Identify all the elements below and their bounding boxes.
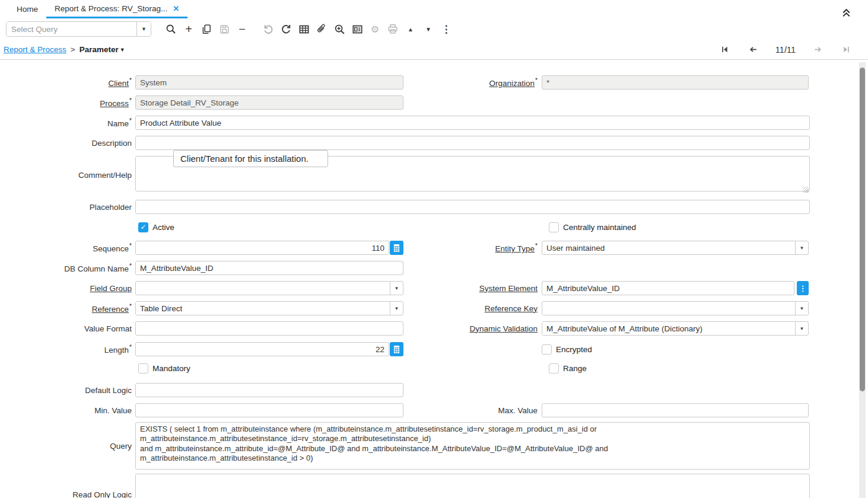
next-record-button[interactable] xyxy=(811,43,824,56)
dynamic-validation-field[interactable] xyxy=(542,322,795,335)
encrypted-checkbox[interactable] xyxy=(542,344,552,355)
dynamic-validation-label[interactable]: Dynamic Validation xyxy=(406,324,542,333)
reference-key-dropdown-button[interactable]: ▼ xyxy=(795,302,808,315)
grid-toggle-button[interactable] xyxy=(295,21,313,37)
paperclip-icon xyxy=(316,24,327,34)
required-marker: * xyxy=(129,97,132,104)
mandatory-checkbox[interactable] xyxy=(138,363,148,374)
system-element-field[interactable] xyxy=(542,281,794,295)
active-label: Active xyxy=(152,223,174,232)
system-element-label[interactable]: System Element xyxy=(406,284,542,293)
organization-label[interactable]: Organization* xyxy=(406,77,542,88)
client-label[interactable]: Client* xyxy=(0,77,135,88)
detail-record-button[interactable]: ▼ xyxy=(419,21,437,37)
collapse-all-button[interactable] xyxy=(837,4,855,21)
print-button[interactable] xyxy=(384,21,402,37)
chevron-down-icon: ▼ xyxy=(395,306,399,311)
tab-home[interactable]: Home xyxy=(8,0,46,18)
chevron-down-icon: ▼ xyxy=(800,326,805,331)
system-element-more-button[interactable]: ⋮ xyxy=(797,281,809,295)
read-only-logic-label: Read Only Logic xyxy=(0,490,135,498)
calculator-icon xyxy=(393,244,400,253)
process-label[interactable]: Process* xyxy=(0,97,135,108)
save-button[interactable] xyxy=(215,21,233,37)
first-record-button[interactable] xyxy=(718,43,732,56)
entity-type-label[interactable]: Entity Type* xyxy=(406,242,542,253)
refresh-button[interactable] xyxy=(277,21,295,37)
reference-field[interactable] xyxy=(136,302,390,315)
tab-close-icon[interactable]: ✕ xyxy=(173,4,179,13)
min-value-field[interactable] xyxy=(135,403,403,417)
placeholder-field[interactable] xyxy=(135,200,810,214)
reference-key-label[interactable]: Reference Key xyxy=(406,304,542,313)
active-checkbox[interactable]: ✓ xyxy=(138,222,148,232)
placeholder-label: Placeholder xyxy=(0,203,135,212)
record-position: 11/11 xyxy=(775,45,796,55)
description-field[interactable] xyxy=(135,136,810,150)
length-calculator-button[interactable] xyxy=(390,342,403,356)
resize-grip-icon[interactable] xyxy=(803,187,809,193)
select-query-combo: ▼ xyxy=(6,21,151,37)
length-field[interactable] xyxy=(135,342,389,356)
zoom-across-button[interactable] xyxy=(330,21,348,37)
entity-type-field[interactable] xyxy=(542,241,795,254)
query-field[interactable]: EXISTS ( select 1 from m_attributeinstan… xyxy=(135,422,810,470)
previous-record-button[interactable] xyxy=(747,43,760,56)
name-field[interactable] xyxy=(135,116,810,130)
requests-button[interactable] xyxy=(348,21,366,37)
reference-label[interactable]: Reference* xyxy=(0,303,135,314)
tab-home-label: Home xyxy=(17,5,38,14)
toolbar: ▼ + − ⚙ ▲ ▼ ⋮ xyxy=(0,18,868,40)
select-query-dropdown-button[interactable]: ▼ xyxy=(136,22,151,36)
news-icon xyxy=(352,24,363,35)
name-label: Name* xyxy=(0,117,135,128)
breadcrumb-separator: > xyxy=(71,45,75,54)
default-logic-field[interactable] xyxy=(135,383,403,397)
organization-field xyxy=(542,75,809,90)
read-only-logic-field[interactable] xyxy=(135,474,810,498)
centrally-maintained-checkbox[interactable] xyxy=(549,222,559,232)
attachment-button[interactable] xyxy=(313,21,330,37)
required-marker: * xyxy=(129,242,132,249)
delete-record-button[interactable]: − xyxy=(233,21,251,37)
breadcrumb-current-tab[interactable]: Parameter xyxy=(80,45,119,54)
field-group-label[interactable]: Field Group xyxy=(0,284,135,293)
value-format-field[interactable] xyxy=(135,321,403,336)
max-value-field[interactable] xyxy=(542,403,809,417)
entity-type-dropdown-button[interactable]: ▼ xyxy=(795,241,808,254)
more-actions-button[interactable]: ⋮ xyxy=(437,21,455,37)
mandatory-label: Mandatory xyxy=(152,364,190,373)
field-group-field[interactable] xyxy=(136,282,390,295)
scrollbar-thumb[interactable] xyxy=(860,68,865,391)
description-label: Description xyxy=(0,139,135,148)
range-checkbox[interactable] xyxy=(549,363,559,374)
undo-button[interactable] xyxy=(259,21,277,37)
reference-key-field[interactable] xyxy=(542,302,795,315)
select-query-input[interactable] xyxy=(7,22,136,36)
sequence-field[interactable] xyxy=(135,241,389,255)
comment-help-label: Comment/Help xyxy=(0,171,135,180)
copy-record-button[interactable] xyxy=(198,21,215,37)
settings-button[interactable]: ⚙ xyxy=(366,21,384,37)
field-group-dropdown-button[interactable]: ▼ xyxy=(390,282,403,295)
vertical-scrollbar[interactable] xyxy=(859,62,866,498)
reference-dropdown-button[interactable]: ▼ xyxy=(390,302,403,315)
new-record-button[interactable]: + xyxy=(180,21,198,37)
grid-icon xyxy=(298,24,310,35)
sequence-calculator-button[interactable] xyxy=(390,241,403,255)
process-field xyxy=(135,95,403,110)
search-icon xyxy=(166,24,176,34)
db-column-name-field[interactable] xyxy=(135,261,403,275)
tab-report-process[interactable]: Report & Process: RV_Storag... ✕ xyxy=(46,0,187,18)
required-marker: * xyxy=(535,242,538,249)
last-record-button[interactable] xyxy=(840,43,853,56)
dynamic-validation-dropdown-button[interactable]: ▼ xyxy=(795,322,808,335)
toolbar-icons: + − ⚙ ▲ ▼ ⋮ xyxy=(162,21,455,37)
breadcrumb-parent-link[interactable]: Report & Process xyxy=(4,45,66,54)
chevron-down-icon: ▼ xyxy=(141,26,147,32)
db-column-name-label: DB Column Name* xyxy=(0,263,135,273)
value-format-label: Value Format xyxy=(0,324,135,333)
parent-record-button[interactable]: ▲ xyxy=(402,21,419,37)
find-record-button[interactable] xyxy=(162,21,180,37)
breadcrumb-caret-icon[interactable]: ▼ xyxy=(120,47,125,53)
